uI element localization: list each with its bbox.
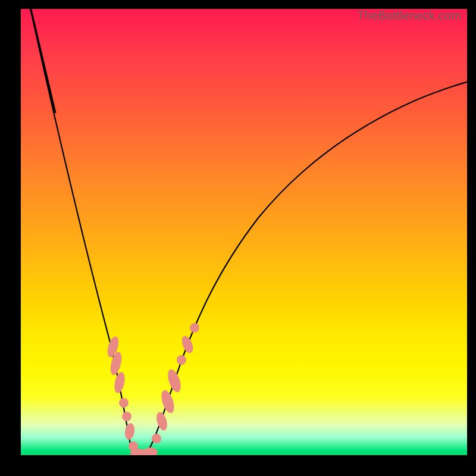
bottleneck-curve <box>21 9 467 455</box>
svg-point-8 <box>143 447 158 455</box>
svg-point-14 <box>180 334 195 355</box>
bead-cluster-left-upper <box>105 335 126 394</box>
svg-point-15 <box>190 323 199 333</box>
svg-point-4 <box>122 412 131 421</box>
svg-point-10 <box>155 411 169 431</box>
bead-cluster-left-lower <box>119 398 138 451</box>
svg-point-5 <box>124 422 136 440</box>
bead-cluster-right-upper <box>177 323 199 365</box>
svg-point-9 <box>152 434 161 443</box>
curve-right-branch <box>146 80 467 454</box>
svg-point-13 <box>177 355 186 365</box>
svg-point-11 <box>159 389 176 415</box>
svg-point-12 <box>165 368 183 394</box>
chart-frame: TheBottleneck.com <box>21 9 467 455</box>
svg-point-3 <box>119 398 129 408</box>
